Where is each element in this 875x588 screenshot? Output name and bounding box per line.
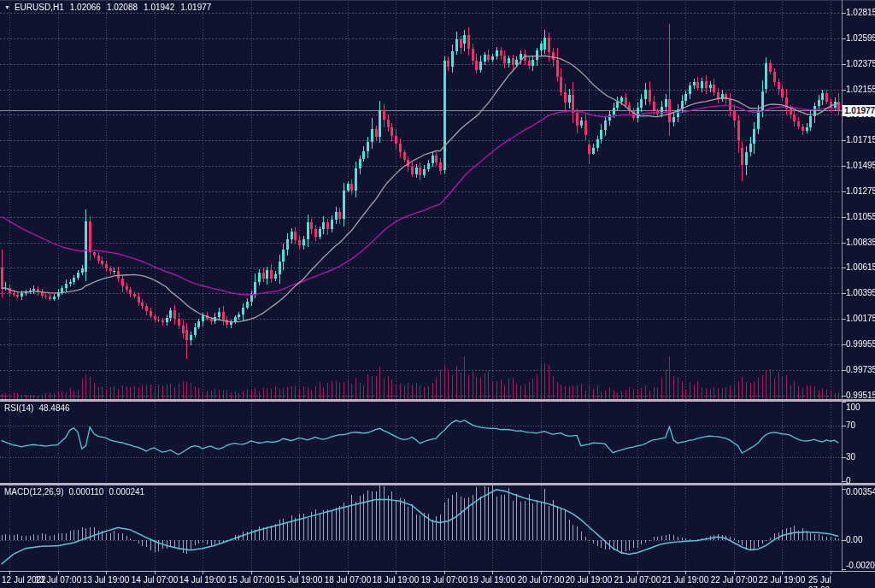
time-tick-label: 19 Jul 19:00 xyxy=(469,575,516,585)
chart-window: ▼EURUSD,H11.020661.020881.019421.01977 R… xyxy=(0,0,875,588)
time-tick-label: 21 Jul 19:00 xyxy=(662,575,709,585)
time-tick-label: 19 Jul 07:00 xyxy=(421,575,468,585)
macd-tick-label: 0.003548 xyxy=(846,487,875,497)
ohlc-high: 1.02088 xyxy=(107,3,138,12)
price-tick-label: 0.99955 xyxy=(846,339,875,350)
ohlc-close: 1.01977 xyxy=(180,3,211,12)
macd-value-signal: 0.000241 xyxy=(109,487,144,497)
price-tick-label: 1.02815 xyxy=(846,8,875,18)
current-price-tag: 1.01977 xyxy=(843,105,875,116)
price-tick-label: 1.01495 xyxy=(846,161,875,171)
chart-canvas[interactable] xyxy=(0,0,875,588)
symbol-title: EURUSD,H1 xyxy=(15,3,64,12)
rsi-value: 48.4846 xyxy=(38,403,69,413)
rsi-tick-label: 30 xyxy=(846,452,855,462)
time-tick-label: 20 Jul 19:00 xyxy=(566,575,613,585)
rsi-tick-label: 100 xyxy=(846,403,860,413)
price-tick-label: 1.00175 xyxy=(846,314,875,324)
time-tick-label: 15 Jul 19:00 xyxy=(276,575,323,585)
time-tick-label: 13 Jul 07:00 xyxy=(35,575,82,585)
time-tick-label: 25 Jul 07:00 xyxy=(808,575,853,588)
time-tick-label: 14 Jul 19:00 xyxy=(179,575,226,585)
price-tick-label: 0.99735 xyxy=(846,365,875,375)
price-tick-label: 1.02375 xyxy=(846,59,875,69)
price-tick-label: 1.00395 xyxy=(846,288,875,298)
time-tick-label: 22 Jul 19:00 xyxy=(759,575,806,585)
rsi-label: RSI(14) xyxy=(4,403,33,413)
time-tick-label: 21 Jul 07:00 xyxy=(614,575,661,585)
price-tick-label: 1.02595 xyxy=(846,33,875,44)
price-tick-label: 0.99515 xyxy=(846,391,875,401)
time-tick-label: 14 Jul 07:00 xyxy=(132,575,179,585)
macd-indicator-label: MACD(12,26,9)0.0001100.000241 xyxy=(4,487,144,497)
rsi-tick-label: 70 xyxy=(846,420,855,431)
rsi-tick-label: 0 xyxy=(846,476,851,486)
time-tick-label: 13 Jul 19:00 xyxy=(83,575,130,585)
price-tick-label: 1.02155 xyxy=(846,85,875,95)
symbol-readout: ▼EURUSD,H11.020661.020881.019421.01977 xyxy=(4,3,211,13)
time-tick-label: 18 Jul 07:00 xyxy=(325,575,372,585)
ohlc-low: 1.01942 xyxy=(144,3,174,12)
price-tick-label: 1.01275 xyxy=(846,186,875,197)
time-tick-label: 15 Jul 07:00 xyxy=(228,575,275,585)
price-tick-label: 1.00615 xyxy=(846,262,875,273)
time-tick-label: 20 Jul 07:00 xyxy=(518,575,565,585)
symbol-dropdown-icon[interactable]: ▼ xyxy=(4,3,10,13)
rsi-indicator-label: RSI(14)48.4846 xyxy=(4,403,70,414)
price-tick-label: 1.00835 xyxy=(846,238,875,248)
macd-tick-label: 0.00 xyxy=(846,535,862,545)
time-tick-label: 22 Jul 07:00 xyxy=(711,575,758,585)
price-tick-label: 1.01715 xyxy=(846,135,875,145)
macd-label: MACD(12,26,9) xyxy=(4,487,63,497)
time-tick-label: 18 Jul 19:00 xyxy=(373,575,420,585)
price-tick-label: 1.01055 xyxy=(846,212,875,222)
macd-value-main: 0.000110 xyxy=(68,487,103,497)
ohlc-open: 1.02066 xyxy=(70,3,101,12)
macd-tick-label: -0.002059 xyxy=(846,561,875,571)
